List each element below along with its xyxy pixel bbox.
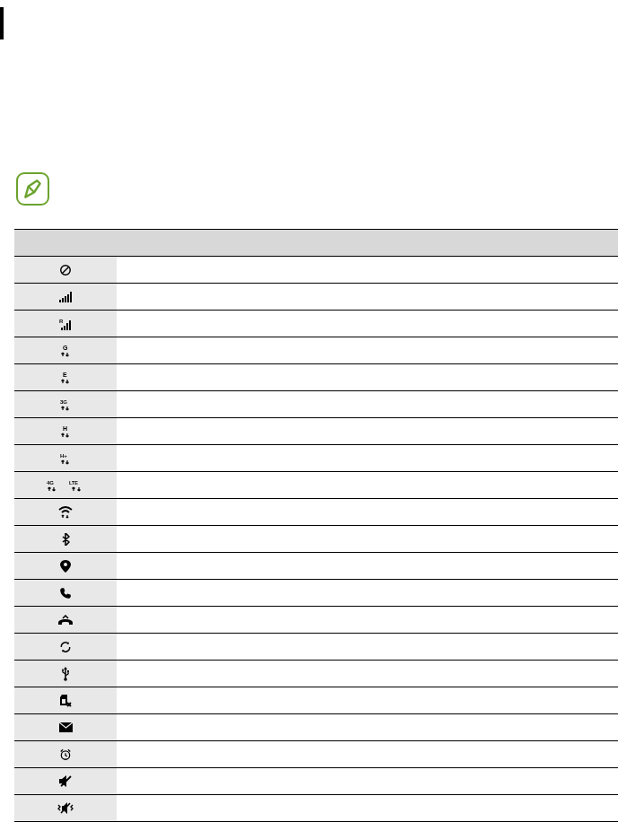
table-row: H xyxy=(14,418,618,445)
icon-cell: R xyxy=(14,311,117,337)
icon-cell xyxy=(14,284,117,310)
table-row: 3G xyxy=(14,391,618,418)
table-row: H+ xyxy=(14,445,618,472)
desc-cell xyxy=(117,337,618,363)
sync-icon xyxy=(59,641,72,653)
svg-text:R: R xyxy=(59,319,64,324)
icon-cell xyxy=(14,553,117,579)
desc-cell xyxy=(117,284,618,310)
svg-text:H: H xyxy=(63,425,67,432)
desc-cell xyxy=(117,553,618,579)
message-icon xyxy=(59,722,73,732)
svg-text:LTE: LTE xyxy=(69,480,78,486)
desc-cell xyxy=(117,634,618,660)
icon-cell: G xyxy=(14,337,117,363)
hsdpa-plus-icon: H+ xyxy=(59,452,72,465)
bluetooth-icon xyxy=(61,533,70,546)
desc-cell xyxy=(117,741,618,767)
signal-strength-icon xyxy=(59,292,72,302)
location-icon xyxy=(60,560,71,573)
icon-cell xyxy=(14,714,117,740)
desc-cell xyxy=(117,661,618,687)
table-row: E xyxy=(14,364,618,391)
table-row xyxy=(14,284,618,311)
svg-rect-6 xyxy=(67,294,69,302)
desc-cell xyxy=(117,607,618,633)
desc-cell xyxy=(117,768,618,794)
desc-cell xyxy=(117,526,618,552)
svg-rect-24 xyxy=(62,699,65,704)
icon-cell xyxy=(14,768,117,794)
icon-cell: H xyxy=(14,418,117,444)
desc-cell xyxy=(117,580,618,606)
table-row xyxy=(14,741,618,768)
note-icon xyxy=(16,172,49,206)
table-row xyxy=(14,634,618,661)
svg-rect-9 xyxy=(61,328,63,330)
header-icon-cell xyxy=(14,230,117,256)
4g-icon: 4G xyxy=(46,479,60,492)
table-row: R xyxy=(14,311,618,337)
table-header-row xyxy=(14,230,618,257)
icon-cell xyxy=(14,741,117,767)
no-signal-icon xyxy=(59,264,72,276)
mute-icon xyxy=(59,775,73,787)
icon-cell: E xyxy=(14,364,117,390)
svg-line-0 xyxy=(28,186,33,192)
usb-icon xyxy=(61,667,70,681)
svg-line-2 xyxy=(63,267,69,273)
vibrate-icon xyxy=(57,802,74,814)
page-tab-marker xyxy=(0,7,4,39)
edge-icon: E xyxy=(60,372,71,384)
svg-rect-5 xyxy=(65,296,66,302)
svg-text:3G: 3G xyxy=(60,399,67,405)
icon-cell xyxy=(14,580,117,606)
desc-cell xyxy=(117,795,618,821)
3g-icon: 3G xyxy=(59,398,72,411)
call-icon xyxy=(59,587,72,599)
header-meaning-cell xyxy=(117,230,618,256)
desc-cell xyxy=(117,714,618,740)
svg-rect-4 xyxy=(62,298,64,302)
icon-cell xyxy=(14,634,117,660)
table-row xyxy=(14,526,618,553)
alarm-icon xyxy=(59,748,72,761)
table-row: 4G LTE xyxy=(14,472,618,499)
icon-cell xyxy=(14,687,117,713)
svg-rect-3 xyxy=(59,300,61,302)
wifi-icon xyxy=(58,506,73,519)
no-sim-icon xyxy=(59,695,72,707)
desc-cell xyxy=(117,445,618,471)
svg-text:E: E xyxy=(63,372,67,378)
table-row xyxy=(14,499,618,526)
roaming-icon: R xyxy=(58,318,73,330)
table-row xyxy=(14,580,618,607)
svg-point-22 xyxy=(62,669,64,670)
icon-cell: 4G LTE xyxy=(14,472,117,498)
indicator-icons-table: R G E xyxy=(14,229,618,822)
icon-cell xyxy=(14,499,117,525)
icon-cell: 3G xyxy=(14,391,117,417)
svg-rect-11 xyxy=(66,323,68,330)
icon-cell xyxy=(14,795,117,821)
table-row xyxy=(14,661,618,687)
table-row xyxy=(14,687,618,714)
svg-text:G: G xyxy=(63,345,68,351)
icon-cell xyxy=(14,661,117,687)
desc-cell xyxy=(117,311,618,337)
hsdpa-icon: H xyxy=(60,425,71,438)
desc-cell xyxy=(117,257,618,283)
icon-cell xyxy=(14,526,117,552)
gprs-icon: G xyxy=(60,345,71,357)
table-row xyxy=(14,768,618,795)
svg-rect-10 xyxy=(64,326,65,330)
lte-icon: LTE xyxy=(69,479,85,492)
desc-cell xyxy=(117,687,618,713)
table-row: G xyxy=(14,337,618,364)
svg-point-20 xyxy=(64,563,67,566)
svg-point-21 xyxy=(64,678,67,681)
table-row xyxy=(14,714,618,741)
desc-cell xyxy=(117,472,618,498)
svg-text:H+: H+ xyxy=(60,453,67,459)
svg-rect-23 xyxy=(67,670,69,672)
